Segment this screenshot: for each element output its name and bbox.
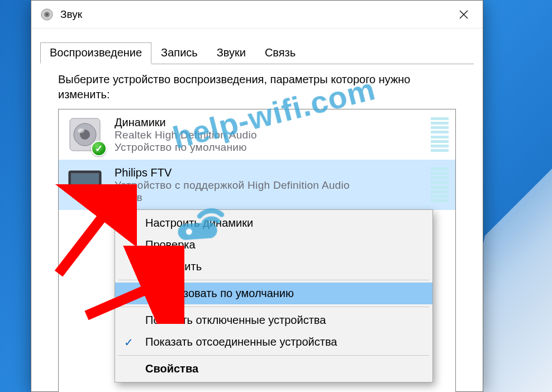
svg-point-8 [78, 128, 84, 133]
tab-row: Воспроизведение Запись Звуки Связь [40, 42, 474, 64]
device-info: Динамики Realtek High Definition Audio У… [115, 115, 421, 154]
sound-app-icon [40, 8, 54, 21]
ctx-disable[interactable]: Отключить [115, 256, 432, 278]
tab-sounds[interactable]: Звуки [207, 42, 255, 64]
checkmark-icon: ✓ [124, 336, 134, 349]
ctx-test[interactable]: Проверка [115, 234, 432, 256]
ctx-show-disabled[interactable]: Показать отключенные устройства [115, 309, 432, 331]
ctx-separator [118, 355, 429, 356]
device-name: Philips FTV [115, 166, 421, 179]
monitor-icon [65, 165, 104, 204]
device-item-philips[interactable]: Philips FTV Устройство с поддержкой High… [59, 160, 455, 210]
level-meter-icon [431, 115, 449, 154]
device-driver: Realtek High Definition Audio [115, 129, 421, 141]
ctx-properties[interactable]: Свойства [115, 358, 432, 380]
ctx-configure-speakers[interactable]: Настроить динамики [115, 212, 432, 234]
level-meter-icon [431, 165, 449, 204]
tab-playback[interactable]: Воспроизведение [40, 42, 151, 64]
device-driver: Устройство с поддержкой High Definition … [115, 179, 421, 192]
ctx-set-default[interactable]: Использовать по умолчанию [115, 283, 432, 304]
device-status: Готов [115, 192, 421, 204]
titlebar: Звук [31, 1, 483, 28]
context-menu: Настроить динамики Проверка Отключить Ис… [115, 209, 433, 383]
device-status: Устройство по умолчанию [115, 141, 421, 154]
svg-rect-11 [80, 194, 90, 198]
svg-point-2 [46, 13, 48, 16]
ctx-separator [118, 280, 429, 280]
instruction-text: Выберите устройство воспроизведения, пар… [58, 72, 456, 102]
tab-recording[interactable]: Запись [151, 42, 207, 64]
speaker-icon: ✓ [65, 115, 104, 154]
device-info: Philips FTV Устройство с поддержкой High… [115, 165, 421, 204]
window-title: Звук [60, 8, 447, 21]
ctx-show-disconnected[interactable]: ✓ Показать отсоединенные устройства [115, 331, 432, 353]
device-item-speakers[interactable]: ✓ Динамики Realtek High Definition Audio… [59, 109, 455, 160]
close-icon [459, 10, 468, 19]
phone-badge-icon [91, 191, 107, 207]
tab-comm[interactable]: Связь [255, 42, 305, 64]
svg-rect-10 [71, 173, 99, 191]
close-button[interactable] [447, 2, 480, 27]
ctx-show-disconnected-label: Показать отсоединенные устройства [145, 336, 337, 348]
ctx-separator [118, 307, 429, 307]
default-check-badge-icon: ✓ [91, 141, 107, 156]
device-name: Динамики [115, 116, 421, 129]
